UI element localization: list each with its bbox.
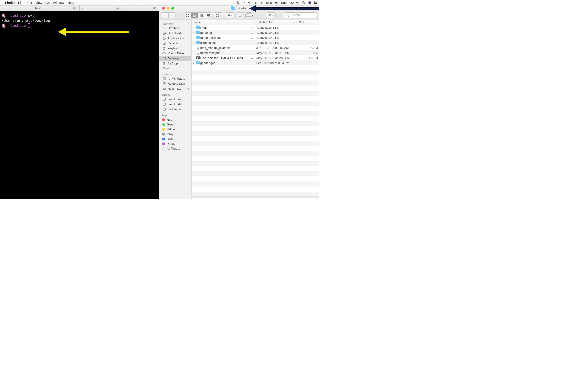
record-icon[interactable] — [236, 1, 240, 4]
cloud-download-icon[interactable]: ☁ — [249, 36, 254, 39]
minimize-window-button[interactable] — [167, 7, 170, 10]
cloud-download-icon[interactable]: ☁ — [249, 31, 254, 34]
wifi-icon[interactable] — [260, 1, 263, 4]
icon-view-button[interactable] — [184, 12, 191, 18]
sidebar-item[interactable]: Desktop — [159, 56, 191, 61]
share-button[interactable] — [237, 12, 243, 18]
file-name: html_markup_example — [200, 46, 249, 50]
sidebar-item[interactable]: Recents — [159, 41, 191, 46]
fullscreen-window-button[interactable] — [171, 7, 174, 10]
sidebar-item[interactable]: iCloud Drive — [159, 51, 191, 56]
expand-icon[interactable]: ▸ — [191, 26, 196, 29]
sidebar-tag[interactable]: All Tags… — [159, 146, 191, 151]
sidebar-item-label: amyholt — [168, 47, 178, 50]
file-row[interactable]: ▸turing-decksets☁Today at 2:40 PM — [191, 35, 319, 40]
tags-button[interactable] — [245, 12, 253, 18]
column-name[interactable]: Name — [191, 21, 255, 24]
back-button[interactable]: 〈 — [162, 12, 169, 18]
column-size[interactable]: Size — [297, 21, 319, 24]
terminal-tab-1[interactable]: × bash ⌘1 — [0, 6, 80, 11]
notification-center-icon[interactable] — [314, 1, 317, 4]
terminal-body[interactable]: 🦄 Desktop pwd /Users/amyholt/Desktop 🦄 D… — [0, 11, 159, 199]
sidebar-item[interactable]: Applications — [159, 35, 191, 41]
sidebar-item[interactable]: huddlemac… — [159, 107, 191, 112]
file-row[interactable]: Dev Tools for…TML & CSS.mp4☁May 21, 2019… — [191, 55, 319, 60]
clock[interactable]: Sun 2:42 PM — [281, 1, 300, 5]
expand-icon[interactable]: ▸ — [191, 62, 196, 64]
battery-icon[interactable] — [275, 1, 278, 4]
dropbox-icon[interactable] — [242, 1, 246, 4]
file-date: Today at 2:40 PM — [254, 36, 297, 40]
close-window-button[interactable] — [162, 7, 165, 10]
sidebar-header-tags: Tags — [159, 113, 191, 117]
file-name: turing-decksets — [200, 36, 249, 40]
menu-go[interactable]: Go — [45, 1, 50, 5]
tag-dot-icon — [162, 142, 165, 145]
sidebar-tag[interactable]: Blue — [159, 136, 191, 141]
app-name[interactable]: Finder — [5, 1, 15, 5]
expand-icon[interactable]: ▸ — [191, 31, 196, 34]
sidebar-tag[interactable]: Red — [159, 117, 191, 122]
column-view-button[interactable] — [198, 12, 205, 18]
expand-icon[interactable]: ▸ — [191, 36, 196, 39]
sidebar-item[interactable]: desktop-td… — [159, 102, 191, 107]
sidebar-item[interactable]: amyholt — [159, 46, 191, 51]
arrange-button[interactable]: ⌵ — [214, 12, 223, 18]
sidebar-tag[interactable]: Purple — [159, 141, 191, 146]
expand-icon[interactable]: ▸ — [191, 42, 196, 44]
file-row[interactable]: ▸gender gapFeb 18, 2019 at 8:34 PM — [191, 60, 319, 65]
tag-dot-icon — [162, 118, 165, 121]
svg-rect-43 — [163, 98, 165, 100]
svg-rect-44 — [163, 103, 165, 105]
file-row[interactable]: ▸screenshotsToday at 2:39 PM — [191, 40, 319, 45]
sidebar-item[interactable]: Amy's Mac… — [159, 76, 191, 81]
terminal-tab-title: bash — [115, 7, 121, 10]
gallery-view-button[interactable] — [205, 12, 212, 18]
cloud-download-icon[interactable]: ☁ — [249, 56, 254, 59]
cloud-download-icon[interactable]: ☁ — [249, 26, 254, 29]
finder-titlebar[interactable]: Desktop — [159, 6, 319, 11]
menu-edit[interactable]: Edit — [26, 1, 32, 5]
terminal-tab-2[interactable]: × bash ⌘2 — [80, 6, 159, 11]
sidebar-tag[interactable]: Gray — [159, 132, 191, 136]
file-row[interactable]: html_markup_exampleJun 13, 2019 at 9:03 … — [191, 45, 319, 50]
list-view-button[interactable] — [191, 12, 198, 18]
file-size: 2.2 M — [297, 46, 319, 50]
sidebar-item[interactable]: Remote Disc — [159, 81, 191, 86]
spotlight-icon[interactable] — [302, 1, 305, 4]
file-row[interactable]: ▸KWK☁Today at 2:41 PM — [191, 25, 319, 30]
glasses-icon[interactable] — [248, 1, 251, 4]
svg-rect-26 — [208, 16, 208, 17]
sidebar-item[interactable]: Downloads — [159, 31, 191, 35]
action-button[interactable]: ✱⌵ — [225, 12, 235, 18]
sidebar-item-label: iCloud Drive — [168, 52, 184, 55]
column-date[interactable]: Date Modified⌵ — [255, 21, 297, 24]
sidebar-item[interactable]: desktop-4j… — [159, 97, 191, 102]
menu-window[interactable]: Window — [53, 1, 64, 5]
menu-file[interactable]: File — [18, 1, 23, 5]
file-rows: ▸KWK☁Today at 2:41 PM▸personal☁Today at … — [191, 25, 319, 196]
sidebar-item-label: Purple — [167, 142, 175, 145]
svg-point-36 — [164, 63, 164, 64]
file-name: KWK — [200, 26, 249, 29]
tag-dot-icon — [162, 128, 165, 131]
menu-view[interactable]: View — [35, 1, 42, 5]
dropbox-toolbar-button[interactable]: ⌵ — [266, 12, 276, 18]
terminal-window: × bash ⌘1 × bash ⌘2 🦄 Desktop pwd /Users… — [0, 6, 159, 199]
sidebar-item[interactable]: Dropbox — [159, 25, 191, 31]
file-row[interactable]: horse-race.pdfMay 26, 2019 at 9:10 AM33 … — [191, 50, 319, 55]
forward-button[interactable]: 〉 — [169, 12, 175, 18]
sidebar-tag[interactable]: Yellow — [159, 127, 191, 132]
sidebar-item[interactable]: Notion I…⏏ — [159, 86, 191, 91]
search-input[interactable]: Search — [284, 12, 317, 18]
sidebar-tag[interactable]: Green — [159, 122, 191, 127]
close-icon[interactable]: × — [2, 7, 4, 10]
eject-icon[interactable]: ⏏ — [187, 87, 190, 90]
menu-help[interactable]: Help — [68, 1, 74, 5]
horizontal-scrollbar[interactable] — [191, 196, 319, 199]
siri-icon[interactable] — [308, 1, 311, 4]
close-icon[interactable]: × — [82, 7, 83, 10]
bluetooth-icon[interactable] — [254, 1, 258, 4]
sidebar-item[interactable]: AirDrop — [159, 61, 191, 66]
file-row[interactable]: ▸personal☁Today at 2:40 PM — [191, 30, 319, 35]
